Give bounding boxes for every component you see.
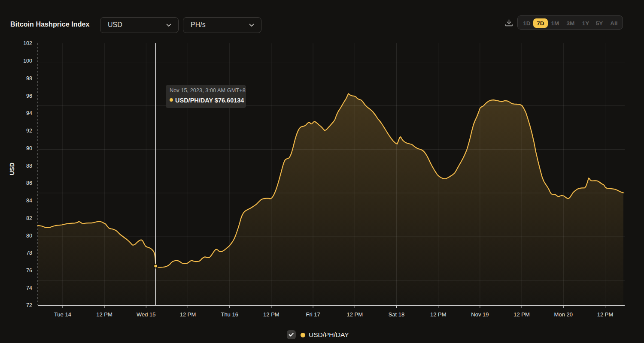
svg-text:12 PM: 12 PM xyxy=(180,311,196,318)
svg-text:74: 74 xyxy=(26,285,32,291)
svg-text:88: 88 xyxy=(26,163,32,169)
svg-text:90: 90 xyxy=(26,145,32,151)
svg-text:76: 76 xyxy=(26,268,32,274)
svg-text:USD: USD xyxy=(9,162,15,175)
svg-text:80: 80 xyxy=(26,233,32,239)
svg-text:Thu 16: Thu 16 xyxy=(221,311,238,318)
svg-text:12 PM: 12 PM xyxy=(347,311,363,318)
svg-text:12 PM: 12 PM xyxy=(430,311,447,318)
svg-text:72: 72 xyxy=(26,302,32,308)
svg-text:Nov 19: Nov 19 xyxy=(471,311,489,318)
svg-text:12 PM: 12 PM xyxy=(513,311,530,318)
svg-text:82: 82 xyxy=(26,215,32,221)
svg-text:Sat 18: Sat 18 xyxy=(389,311,405,318)
svg-text:84: 84 xyxy=(26,198,32,204)
svg-text:Tue 14: Tue 14 xyxy=(54,311,71,318)
svg-text:Wed 15: Wed 15 xyxy=(137,311,156,318)
svg-text:Fri 17: Fri 17 xyxy=(306,311,320,318)
svg-text:92: 92 xyxy=(26,128,32,134)
svg-text:12 PM: 12 PM xyxy=(96,311,112,318)
svg-text:98: 98 xyxy=(26,75,32,81)
svg-text:12 PM: 12 PM xyxy=(597,311,614,318)
svg-text:78: 78 xyxy=(26,250,32,256)
svg-text:Mon 20: Mon 20 xyxy=(554,311,573,318)
svg-text:94: 94 xyxy=(26,110,32,116)
svg-text:12 PM: 12 PM xyxy=(263,311,279,318)
svg-text:96: 96 xyxy=(26,93,32,99)
svg-text:100: 100 xyxy=(23,58,32,64)
svg-text:86: 86 xyxy=(26,180,32,186)
svg-text:102: 102 xyxy=(23,40,32,46)
